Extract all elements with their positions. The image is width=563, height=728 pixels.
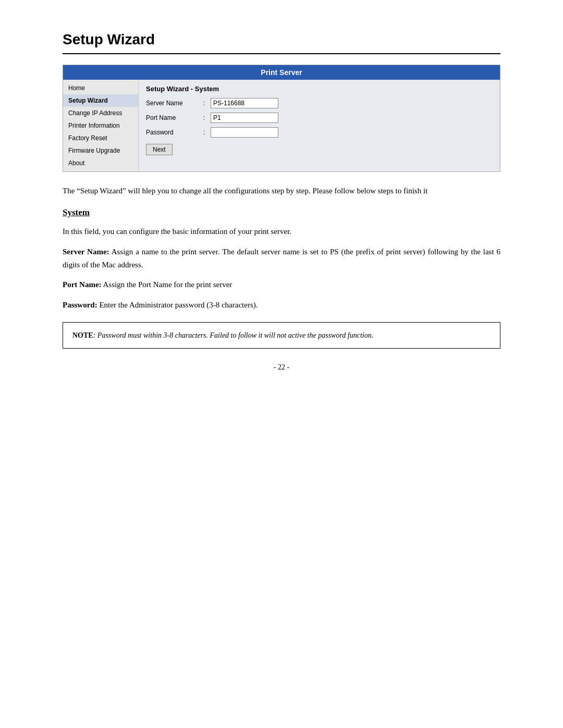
note-box: NOTE: Password must within 3-8 character… [63,322,500,349]
password-colon: : [203,129,211,136]
page-number: - 22 - [63,363,500,372]
sidebar-item-about[interactable]: About [63,157,138,169]
sidebar-item-printer-information[interactable]: Printer Information [63,119,138,132]
ui-sidebar: HomeSetup WizardChange IP AddressPrinter… [63,80,139,171]
field-desc-port-name-: Port Name: Assign the Port Name for the … [63,278,500,291]
main-panel-title: Setup Wizard - System [146,85,493,93]
field-desc-server-name-: Server Name: Assign a name to the print … [63,245,500,272]
server-name-input[interactable] [211,98,278,108]
sidebar-item-firmware-upgrade[interactable]: Firmware Upgrade [63,144,138,157]
description-text: The “Setup Wizard” will hlep you to chan… [63,184,500,197]
sidebar-item-home[interactable]: Home [63,82,138,94]
next-button[interactable]: Next [146,144,173,155]
system-section-intro: In this field, you can configure the bas… [63,225,500,238]
page-title: Setup Wizard [63,31,500,54]
password-label: Password [146,129,203,136]
port-name-row: Port Name : [146,113,493,123]
port-name-colon: : [203,114,211,121]
ui-screenshot-container: Print Server HomeSetup WizardChange IP A… [63,65,500,172]
password-input[interactable] [211,127,278,138]
ui-main-panel: Setup Wizard - System Server Name : Port… [139,80,500,171]
sidebar-item-setup-wizard[interactable]: Setup Wizard [63,94,138,107]
field-desc-password-: Password: Enter the Administrator passwo… [63,299,500,312]
server-name-row: Server Name : [146,98,493,108]
server-name-colon: : [203,100,211,107]
field-descriptions: Server Name: Assign a name to the print … [63,245,500,312]
ui-header: Print Server [63,65,500,80]
system-section-heading: System [63,207,500,218]
sidebar-item-factory-reset[interactable]: Factory Reset [63,132,138,144]
sidebar-item-change-ip-address[interactable]: Change IP Address [63,107,138,119]
ui-body: HomeSetup WizardChange IP AddressPrinter… [63,80,500,171]
note-label: NOTE: Password must within 3-8 character… [72,331,373,339]
password-row: Password : [146,127,493,138]
port-name-input[interactable] [211,113,278,123]
port-name-label: Port Name [146,114,203,121]
server-name-label: Server Name [146,100,203,107]
